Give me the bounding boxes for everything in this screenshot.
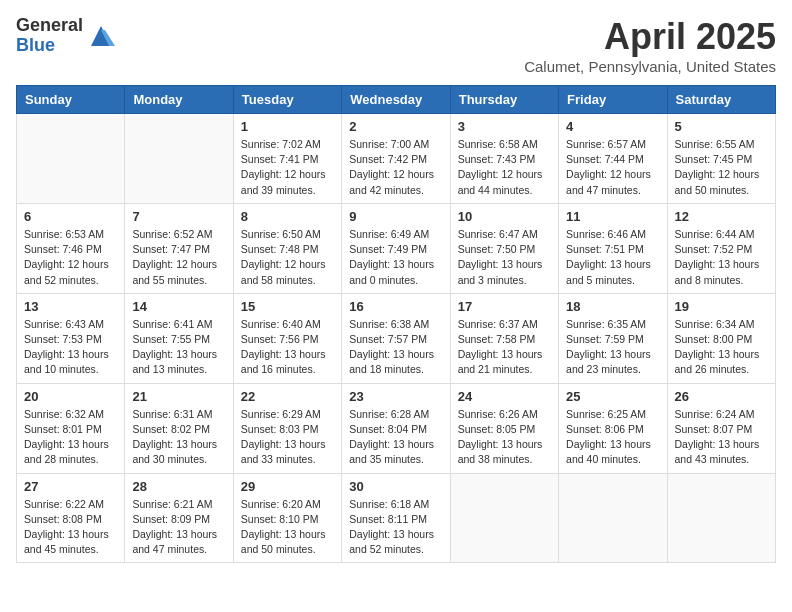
day-number: 22 xyxy=(241,389,334,404)
day-number: 17 xyxy=(458,299,551,314)
calendar-week-3: 13Sunrise: 6:43 AM Sunset: 7:53 PM Dayli… xyxy=(17,293,776,383)
day-number: 1 xyxy=(241,119,334,134)
calendar-cell: 17Sunrise: 6:37 AM Sunset: 7:58 PM Dayli… xyxy=(450,293,558,383)
calendar-cell xyxy=(559,473,667,563)
calendar-cell: 19Sunrise: 6:34 AM Sunset: 8:00 PM Dayli… xyxy=(667,293,775,383)
day-number: 28 xyxy=(132,479,225,494)
day-info: Sunrise: 6:20 AM Sunset: 8:10 PM Dayligh… xyxy=(241,497,334,558)
calendar-cell: 3Sunrise: 6:58 AM Sunset: 7:43 PM Daylig… xyxy=(450,114,558,204)
day-info: Sunrise: 6:55 AM Sunset: 7:45 PM Dayligh… xyxy=(675,137,768,198)
calendar-cell: 13Sunrise: 6:43 AM Sunset: 7:53 PM Dayli… xyxy=(17,293,125,383)
day-number: 25 xyxy=(566,389,659,404)
calendar-cell xyxy=(667,473,775,563)
calendar-table: SundayMondayTuesdayWednesdayThursdayFrid… xyxy=(16,85,776,563)
day-number: 19 xyxy=(675,299,768,314)
day-info: Sunrise: 6:49 AM Sunset: 7:49 PM Dayligh… xyxy=(349,227,442,288)
calendar-cell: 11Sunrise: 6:46 AM Sunset: 7:51 PM Dayli… xyxy=(559,203,667,293)
day-number: 9 xyxy=(349,209,442,224)
calendar-cell: 24Sunrise: 6:26 AM Sunset: 8:05 PM Dayli… xyxy=(450,383,558,473)
day-number: 29 xyxy=(241,479,334,494)
day-number: 15 xyxy=(241,299,334,314)
calendar-week-5: 27Sunrise: 6:22 AM Sunset: 8:08 PM Dayli… xyxy=(17,473,776,563)
calendar-cell: 6Sunrise: 6:53 AM Sunset: 7:46 PM Daylig… xyxy=(17,203,125,293)
calendar-cell: 7Sunrise: 6:52 AM Sunset: 7:47 PM Daylig… xyxy=(125,203,233,293)
month-title: April 2025 xyxy=(524,16,776,58)
calendar-cell: 9Sunrise: 6:49 AM Sunset: 7:49 PM Daylig… xyxy=(342,203,450,293)
calendar-week-1: 1Sunrise: 7:02 AM Sunset: 7:41 PM Daylig… xyxy=(17,114,776,204)
day-info: Sunrise: 6:46 AM Sunset: 7:51 PM Dayligh… xyxy=(566,227,659,288)
calendar-cell: 27Sunrise: 6:22 AM Sunset: 8:08 PM Dayli… xyxy=(17,473,125,563)
calendar-cell: 12Sunrise: 6:44 AM Sunset: 7:52 PM Dayli… xyxy=(667,203,775,293)
day-info: Sunrise: 6:53 AM Sunset: 7:46 PM Dayligh… xyxy=(24,227,117,288)
day-info: Sunrise: 6:41 AM Sunset: 7:55 PM Dayligh… xyxy=(132,317,225,378)
day-number: 3 xyxy=(458,119,551,134)
day-info: Sunrise: 6:43 AM Sunset: 7:53 PM Dayligh… xyxy=(24,317,117,378)
calendar-cell: 30Sunrise: 6:18 AM Sunset: 8:11 PM Dayli… xyxy=(342,473,450,563)
calendar-week-4: 20Sunrise: 6:32 AM Sunset: 8:01 PM Dayli… xyxy=(17,383,776,473)
logo-blue-text: Blue xyxy=(16,36,83,56)
day-info: Sunrise: 7:00 AM Sunset: 7:42 PM Dayligh… xyxy=(349,137,442,198)
day-info: Sunrise: 6:47 AM Sunset: 7:50 PM Dayligh… xyxy=(458,227,551,288)
day-info: Sunrise: 6:57 AM Sunset: 7:44 PM Dayligh… xyxy=(566,137,659,198)
calendar-cell xyxy=(125,114,233,204)
day-number: 2 xyxy=(349,119,442,134)
calendar-cell: 8Sunrise: 6:50 AM Sunset: 7:48 PM Daylig… xyxy=(233,203,341,293)
day-number: 26 xyxy=(675,389,768,404)
calendar-cell xyxy=(17,114,125,204)
day-number: 11 xyxy=(566,209,659,224)
logo: General Blue xyxy=(16,16,115,56)
day-number: 12 xyxy=(675,209,768,224)
day-info: Sunrise: 6:32 AM Sunset: 8:01 PM Dayligh… xyxy=(24,407,117,468)
day-number: 24 xyxy=(458,389,551,404)
weekday-header-thursday: Thursday xyxy=(450,86,558,114)
weekday-header-friday: Friday xyxy=(559,86,667,114)
calendar-cell: 15Sunrise: 6:40 AM Sunset: 7:56 PM Dayli… xyxy=(233,293,341,383)
calendar-cell: 28Sunrise: 6:21 AM Sunset: 8:09 PM Dayli… xyxy=(125,473,233,563)
title-block: April 2025 Calumet, Pennsylvania, United… xyxy=(524,16,776,75)
calendar-cell: 14Sunrise: 6:41 AM Sunset: 7:55 PM Dayli… xyxy=(125,293,233,383)
day-info: Sunrise: 6:29 AM Sunset: 8:03 PM Dayligh… xyxy=(241,407,334,468)
weekday-header-wednesday: Wednesday xyxy=(342,86,450,114)
calendar-cell: 23Sunrise: 6:28 AM Sunset: 8:04 PM Dayli… xyxy=(342,383,450,473)
day-info: Sunrise: 6:52 AM Sunset: 7:47 PM Dayligh… xyxy=(132,227,225,288)
calendar-cell: 22Sunrise: 6:29 AM Sunset: 8:03 PM Dayli… xyxy=(233,383,341,473)
logo-general-text: General xyxy=(16,16,83,36)
weekday-header-saturday: Saturday xyxy=(667,86,775,114)
location: Calumet, Pennsylvania, United States xyxy=(524,58,776,75)
calendar-cell: 26Sunrise: 6:24 AM Sunset: 8:07 PM Dayli… xyxy=(667,383,775,473)
day-number: 18 xyxy=(566,299,659,314)
calendar-cell: 1Sunrise: 7:02 AM Sunset: 7:41 PM Daylig… xyxy=(233,114,341,204)
weekday-header-row: SundayMondayTuesdayWednesdayThursdayFrid… xyxy=(17,86,776,114)
calendar-cell: 20Sunrise: 6:32 AM Sunset: 8:01 PM Dayli… xyxy=(17,383,125,473)
calendar-cell: 4Sunrise: 6:57 AM Sunset: 7:44 PM Daylig… xyxy=(559,114,667,204)
day-info: Sunrise: 6:25 AM Sunset: 8:06 PM Dayligh… xyxy=(566,407,659,468)
weekday-header-tuesday: Tuesday xyxy=(233,86,341,114)
calendar-cell: 5Sunrise: 6:55 AM Sunset: 7:45 PM Daylig… xyxy=(667,114,775,204)
page-header: General Blue April 2025 Calumet, Pennsyl… xyxy=(16,16,776,75)
day-info: Sunrise: 6:58 AM Sunset: 7:43 PM Dayligh… xyxy=(458,137,551,198)
day-info: Sunrise: 6:50 AM Sunset: 7:48 PM Dayligh… xyxy=(241,227,334,288)
calendar-cell: 10Sunrise: 6:47 AM Sunset: 7:50 PM Dayli… xyxy=(450,203,558,293)
logo-icon xyxy=(87,22,115,50)
day-info: Sunrise: 6:24 AM Sunset: 8:07 PM Dayligh… xyxy=(675,407,768,468)
day-number: 14 xyxy=(132,299,225,314)
day-info: Sunrise: 6:37 AM Sunset: 7:58 PM Dayligh… xyxy=(458,317,551,378)
day-number: 13 xyxy=(24,299,117,314)
day-number: 23 xyxy=(349,389,442,404)
day-number: 16 xyxy=(349,299,442,314)
weekday-header-sunday: Sunday xyxy=(17,86,125,114)
calendar-cell: 29Sunrise: 6:20 AM Sunset: 8:10 PM Dayli… xyxy=(233,473,341,563)
calendar-cell xyxy=(450,473,558,563)
weekday-header-monday: Monday xyxy=(125,86,233,114)
day-info: Sunrise: 7:02 AM Sunset: 7:41 PM Dayligh… xyxy=(241,137,334,198)
day-number: 20 xyxy=(24,389,117,404)
day-info: Sunrise: 6:28 AM Sunset: 8:04 PM Dayligh… xyxy=(349,407,442,468)
day-number: 27 xyxy=(24,479,117,494)
day-number: 4 xyxy=(566,119,659,134)
day-number: 8 xyxy=(241,209,334,224)
day-info: Sunrise: 6:26 AM Sunset: 8:05 PM Dayligh… xyxy=(458,407,551,468)
day-number: 7 xyxy=(132,209,225,224)
calendar-cell: 25Sunrise: 6:25 AM Sunset: 8:06 PM Dayli… xyxy=(559,383,667,473)
day-number: 6 xyxy=(24,209,117,224)
calendar-cell: 2Sunrise: 7:00 AM Sunset: 7:42 PM Daylig… xyxy=(342,114,450,204)
